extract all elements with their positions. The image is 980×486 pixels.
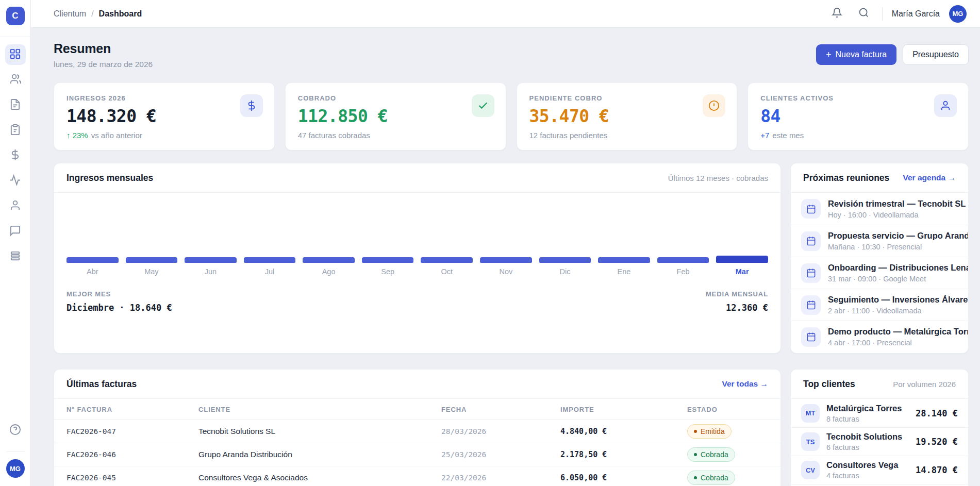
dashboard-grid-icon	[9, 48, 21, 62]
stat-card-clientes: CLIENTES ACTIVOS 84 +7 este mes	[748, 82, 969, 150]
search-button[interactable]	[855, 5, 873, 23]
user-avatar[interactable]: MG	[949, 5, 967, 23]
user-icon	[9, 199, 21, 213]
bar-nov[interactable]	[480, 257, 532, 263]
sidebar-item-clients[interactable]	[5, 70, 26, 90]
bar-chart	[54, 200, 780, 263]
users-icon	[9, 73, 21, 87]
client-item[interactable]: GA Grupo Aranda5 facturas 11.230 €	[791, 484, 968, 486]
bar-mar-current[interactable]	[716, 256, 768, 263]
sidebar-user-avatar[interactable]: MG	[6, 459, 25, 478]
top-clients-meta: Por volumen 2026	[893, 380, 956, 389]
bar-jul[interactable]	[244, 257, 296, 263]
sidebar-item-dashboard[interactable]	[5, 44, 26, 65]
table-header: Nº FACTURA CLIENTE FECHA IMPORTE ESTADO	[54, 399, 780, 420]
bar-abr[interactable]	[67, 257, 119, 263]
table-row[interactable]: FAC2026-047 Tecnobit Solutions SL 28/03/…	[54, 420, 780, 443]
bar-ene[interactable]	[598, 257, 650, 263]
calendar-icon	[801, 199, 821, 219]
meeting-item[interactable]: Onboarding — Distribuciones Lena31 mar ·…	[791, 257, 968, 289]
plus-icon: +	[826, 50, 832, 59]
monthly-average-value: 12.360 €	[706, 303, 768, 313]
topbar: Clientum / Dashboard María García MG	[31, 0, 980, 28]
help-icon	[9, 424, 21, 438]
sidebar-item-data[interactable]	[5, 246, 26, 267]
calendar-icon	[801, 327, 821, 347]
breadcrumb-brand[interactable]: Clientum	[54, 9, 86, 19]
bar-may[interactable]	[126, 257, 178, 263]
sidebar-item-help[interactable]	[5, 420, 26, 441]
meetings-title: Próximas reuniones	[803, 173, 889, 183]
sidebar-bottom-divider	[6, 451, 25, 452]
search-icon	[858, 7, 869, 20]
alert-circle-icon	[703, 94, 725, 117]
client-initials-avatar: TS	[801, 432, 820, 451]
bar-sep[interactable]	[362, 257, 414, 263]
clipboard-icon	[9, 124, 21, 138]
sidebar-item-messages[interactable]	[5, 221, 26, 242]
bar-ago[interactable]	[303, 257, 355, 263]
best-month-label: MEJOR MES	[67, 290, 172, 298]
bar-feb[interactable]	[657, 257, 709, 263]
sidebar-item-activity[interactable]	[5, 171, 26, 191]
stat-sub: 47 facturas cobradas	[298, 131, 493, 140]
rows-icon	[9, 250, 21, 264]
stat-card-pendiente: PENDIENTE COBRO 35.470 € 12 facturas pen…	[517, 82, 738, 150]
notifications-button[interactable]	[828, 5, 846, 23]
status-badge: Cobrada	[687, 447, 735, 462]
meeting-item[interactable]: Demo producto — Metalúrgica Torres4 abr …	[791, 321, 968, 353]
meeting-item[interactable]: Revisión trimestral — Tecnobit SLHoy · 1…	[791, 193, 968, 225]
client-item[interactable]: TS Tecnobit Solutions6 facturas 19.520 €	[791, 427, 968, 456]
budget-button[interactable]: Presupuesto	[903, 44, 969, 65]
stat-label: CLIENTES ACTIVOS	[760, 94, 956, 102]
table-row[interactable]: FAC2026-046 Grupo Aranda Distribución 25…	[54, 443, 780, 466]
top-clients-title: Top clientes	[803, 379, 855, 390]
app-logo[interactable]: C	[6, 7, 25, 25]
stat-label: PENDIENTE COBRO	[529, 94, 725, 102]
new-invoice-button[interactable]: + Nueva factura	[816, 44, 896, 65]
page-date: lunes, 29 de marzo de 2026	[54, 60, 153, 69]
breadcrumb-separator: /	[91, 9, 93, 19]
page-title: Resumen	[54, 41, 153, 56]
table-row[interactable]: FAC2026-045 Consultores Vega & Asociados…	[54, 466, 780, 486]
bar-jun[interactable]	[185, 257, 237, 263]
view-agenda-link[interactable]: Ver agenda →	[903, 173, 956, 182]
trend-up: ↑ 23%	[67, 131, 88, 140]
stat-sub: +7 este mes	[760, 131, 956, 140]
monthly-income-panel: Ingresos mensuales Últimos 12 meses · co…	[54, 163, 781, 354]
chat-icon	[9, 225, 21, 239]
stat-value: 84	[760, 106, 956, 126]
check-icon	[472, 94, 494, 117]
dollar-icon	[240, 94, 263, 117]
top-clients-panel: Top clientes Por volumen 2026 MT Metalúr…	[790, 369, 969, 486]
main-content: Resumen lunes, 29 de marzo de 2026 + Nue…	[31, 28, 980, 486]
bar-dic[interactable]	[539, 257, 591, 263]
file-text-icon	[9, 98, 21, 112]
client-item[interactable]: CV Consultores Vega4 facturas 14.870 €	[791, 456, 968, 484]
stat-value: 35.470 €	[529, 106, 725, 126]
meeting-item[interactable]: Propuesta servicio — Grupo ArandaMañana …	[791, 225, 968, 257]
recent-invoices-panel: Últimas facturas Ver todas → Nº FACTURA …	[54, 369, 781, 486]
calendar-icon	[801, 295, 821, 315]
breadcrumb-page: Dashboard	[99, 9, 142, 19]
meeting-item[interactable]: Seguimiento — Inversiones Álvarez2 abr ·…	[791, 289, 968, 321]
meetings-panel: Próximas reuniones Ver agenda → Revisión…	[790, 163, 969, 354]
monthly-average-label: MEDIA MENSUAL	[706, 290, 768, 298]
client-initials-avatar: MT	[801, 404, 820, 423]
bar-oct[interactable]	[421, 257, 473, 263]
activity-icon	[9, 174, 21, 188]
sidebar-item-contacts[interactable]	[5, 196, 26, 216]
view-all-invoices-link[interactable]: Ver todas →	[722, 379, 768, 389]
sidebar-item-tasks[interactable]	[5, 120, 26, 141]
calendar-icon	[801, 263, 821, 283]
status-badge: Cobrada	[687, 471, 735, 485]
sidebar: C MG	[0, 0, 31, 486]
user-icon	[934, 94, 957, 117]
sidebar-item-invoices[interactable]	[5, 95, 26, 115]
client-initials-avatar: CV	[801, 461, 820, 479]
dollar-icon	[9, 149, 21, 163]
client-item[interactable]: MT Metalúrgica Torres8 facturas 28.140 €	[791, 399, 968, 427]
stat-sub: 12 facturas pendientes	[529, 131, 725, 140]
chart-meta: Últimos 12 meses · cobradas	[668, 174, 768, 182]
sidebar-item-payments[interactable]	[5, 145, 26, 166]
